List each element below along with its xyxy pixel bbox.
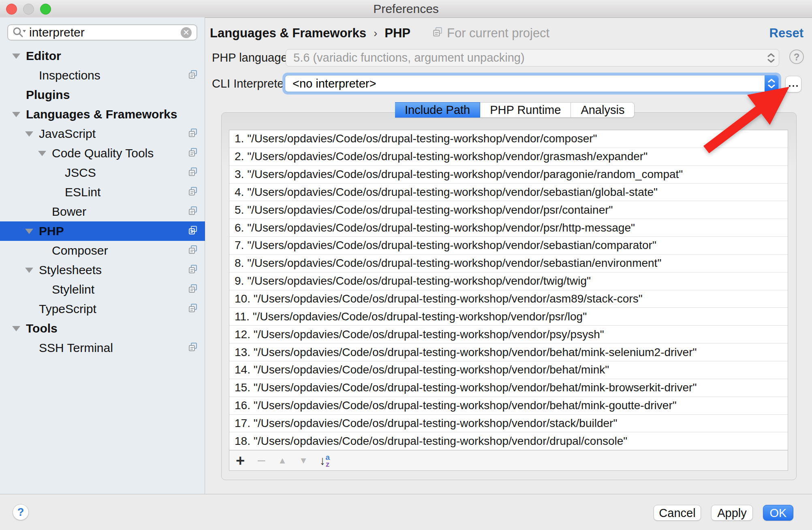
include-path-row[interactable]: 4. "/Users/opdavies/Code/os/drupal-testi…: [229, 184, 788, 202]
sidebar-item-label: Editor: [26, 49, 61, 63]
sidebar-item-eslint[interactable]: ESLint: [0, 182, 205, 202]
include-path-row[interactable]: 18. "/Users/opdavies/Code/os/drupal-test…: [229, 432, 788, 450]
close-button[interactable]: [6, 4, 17, 15]
tab-php-runtime[interactable]: PHP Runtime: [480, 102, 571, 118]
sidebar-item-bower[interactable]: Bower: [0, 202, 205, 221]
php-settings-tabs: Include PathPHP RuntimeAnalysis: [395, 102, 635, 118]
chevron-down-icon[interactable]: [51, 190, 65, 195]
sidebar-item-label: TypeScript: [39, 302, 96, 316]
breadcrumb-parent[interactable]: Languages & Frameworks: [210, 26, 366, 41]
include-path-row[interactable]: 9. "/Users/opdavies/Code/os/drupal-testi…: [229, 273, 788, 290]
include-path-row[interactable]: 2. "/Users/opdavies/Code/os/drupal-testi…: [229, 148, 788, 166]
sidebar-item-composer[interactable]: Composer: [0, 241, 205, 260]
preferences-window: { "window": { "title": "Preferences" }, …: [0, 0, 812, 530]
search-input[interactable]: interpreter ✕: [7, 24, 197, 41]
chevron-down-icon[interactable]: [12, 326, 26, 331]
sidebar-item-editor[interactable]: Editor: [0, 46, 205, 66]
chevron-down-icon[interactable]: [38, 209, 52, 215]
chevron-down-icon[interactable]: [51, 170, 65, 176]
sidebar-item-javascript[interactable]: JavaScript: [0, 124, 205, 144]
move-down-button[interactable]: ▼: [295, 452, 312, 470]
include-path-row[interactable]: 11. "/Users/opdavies/Code/os/drupal-test…: [229, 308, 788, 326]
sidebar-item-stylesheets[interactable]: Stylesheets: [0, 260, 205, 280]
chevron-down-icon[interactable]: [25, 268, 39, 273]
language-level-select[interactable]: 5.6 (variadic functions, argument unpack…: [286, 49, 779, 67]
include-path-row[interactable]: 1. "/Users/opdavies/Code/os/drupal-testi…: [229, 130, 788, 148]
chevron-down-icon[interactable]: [25, 73, 39, 78]
sort-alphabetically-button[interactable]: ↓ a z: [316, 454, 333, 468]
apply-button[interactable]: Apply: [711, 505, 753, 521]
sidebar-item-stylelint[interactable]: Stylelint: [0, 280, 205, 299]
chevron-down-icon[interactable]: [25, 345, 39, 351]
chevron-down-icon[interactable]: [25, 131, 39, 137]
scope-indicator: For current project: [432, 26, 549, 41]
copy-settings-icon: [188, 341, 198, 355]
ok-button[interactable]: OK: [763, 505, 793, 521]
include-path-row[interactable]: 12. "/Users/opdavies/Code/os/drupal-test…: [229, 326, 788, 343]
chevron-down-icon[interactable]: [38, 287, 52, 292]
chevron-down-icon[interactable]: [25, 307, 39, 312]
include-path-row[interactable]: 16. "/Users/opdavies/Code/os/drupal-test…: [229, 397, 788, 415]
sidebar-item-languages-frameworks[interactable]: Languages & Frameworks: [0, 105, 205, 124]
chevron-down-icon[interactable]: [12, 54, 26, 59]
ellipsis-icon: [789, 85, 791, 87]
sidebar-item-label: Bower: [52, 205, 86, 219]
sidebar-item-code-quality-tools[interactable]: Code Quality Tools: [0, 144, 205, 163]
stepper-icon[interactable]: [765, 75, 778, 92]
clear-search-icon[interactable]: ✕: [181, 27, 192, 38]
chevron-down-icon[interactable]: [38, 151, 52, 156]
include-path-row[interactable]: 8. "/Users/opdavies/Code/os/drupal-testi…: [229, 255, 788, 273]
include-path-row[interactable]: 6. "/Users/opdavies/Code/os/drupal-testi…: [229, 219, 788, 237]
include-path-row[interactable]: 13. "/Users/opdavies/Code/os/drupal-test…: [229, 343, 788, 361]
sidebar-item-label: PHP: [39, 224, 64, 238]
breadcrumb-separator-icon: ›: [372, 27, 379, 40]
copy-settings-icon: [432, 26, 443, 41]
cancel-button[interactable]: Cancel: [654, 505, 701, 521]
sidebar-item-tools[interactable]: Tools: [0, 319, 205, 338]
title-bar: Preferences: [0, 0, 812, 18]
settings-sidebar: interpreter ✕ Editor Inspections: [0, 17, 205, 494]
sidebar-item-label: Plugins: [26, 88, 70, 102]
chevron-down-icon[interactable]: [12, 92, 26, 98]
list-toolbar: + − ▲ ▼ ↓ a z: [229, 450, 788, 470]
add-path-button[interactable]: +: [231, 452, 249, 470]
include-path-row[interactable]: 10. "/Users/opdavies/Code/os/drupal-test…: [229, 290, 788, 308]
sidebar-item-label: JSCS: [65, 166, 96, 180]
include-path-row[interactable]: 3. "/Users/opdavies/Code/os/drupal-testi…: [229, 166, 788, 184]
sidebar-item-label: SSH Terminal: [39, 341, 113, 355]
reset-link[interactable]: Reset: [769, 24, 803, 42]
include-path-row[interactable]: 7. "/Users/opdavies/Code/os/drupal-testi…: [229, 237, 788, 255]
include-path-list: 1. "/Users/opdavies/Code/os/drupal-testi…: [229, 130, 788, 471]
sidebar-item-inspections[interactable]: Inspections: [0, 66, 205, 85]
chevron-down-icon[interactable]: [25, 229, 39, 234]
stepper-icon: [767, 53, 775, 63]
sidebar-item-ssh-terminal[interactable]: SSH Terminal: [0, 338, 205, 358]
tab-analysis[interactable]: Analysis: [571, 102, 635, 118]
sidebar-item-label: JavaScript: [39, 127, 96, 141]
chevron-down-icon[interactable]: [12, 112, 26, 117]
copy-settings-icon: [188, 127, 198, 141]
sidebar-item-jscs[interactable]: JSCS: [0, 163, 205, 182]
sidebar-item-plugins[interactable]: Plugins: [0, 85, 205, 105]
browse-interpreters-button[interactable]: [785, 76, 801, 92]
copy-settings-icon: [188, 69, 198, 82]
cli-interpreter-label: CLI Interpreter:: [212, 75, 291, 92]
breadcrumb-current: PHP: [385, 26, 410, 41]
copy-settings-icon: [188, 205, 198, 219]
zoom-button[interactable]: [40, 4, 51, 15]
remove-path-button[interactable]: −: [252, 452, 270, 470]
chevron-down-icon[interactable]: [38, 248, 52, 253]
cli-interpreter-select[interactable]: <no interpreter>: [282, 73, 781, 94]
copy-settings-icon: [188, 185, 198, 199]
scope-label: For current project: [447, 26, 549, 41]
move-up-button[interactable]: ▲: [274, 452, 291, 470]
help-button[interactable]: ?: [13, 504, 29, 520]
include-path-row[interactable]: 17. "/Users/opdavies/Code/os/drupal-test…: [229, 415, 788, 433]
include-path-row[interactable]: 5. "/Users/opdavies/Code/os/drupal-testi…: [229, 201, 788, 219]
tab-include-path[interactable]: Include Path: [395, 102, 480, 118]
include-path-row[interactable]: 14. "/Users/opdavies/Code/os/drupal-test…: [229, 361, 788, 379]
sidebar-item-php[interactable]: PHP: [0, 221, 205, 241]
help-icon[interactable]: ?: [789, 49, 804, 64]
include-path-row[interactable]: 15. "/Users/opdavies/Code/os/drupal-test…: [229, 379, 788, 397]
sidebar-item-typescript[interactable]: TypeScript: [0, 299, 205, 319]
